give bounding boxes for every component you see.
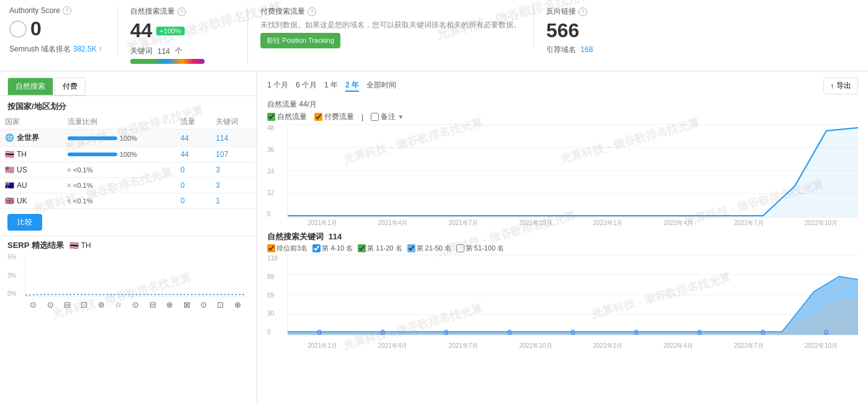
legend-notes[interactable]: 备注 ▼ (371, 112, 404, 122)
time-1y[interactable]: 1 年 (324, 80, 338, 92)
serp-icons-row: ⊙ ⊙ ⊟ ⊡ ⊚ ☆ ⊙ ⊟ ⊗ ⊠ ⊙ ⊡ ⊕ (25, 300, 246, 309)
kw-legend-4-10[interactable]: 第 4-10 名 (312, 244, 353, 253)
country-section-title: 按国家/地区划分 (0, 96, 257, 115)
backlink-block: 反向链接 ? 566 引荐域名 168 (546, 6, 639, 55)
kw-21-50-checkbox[interactable] (407, 244, 415, 252)
keyword-value: 114 (157, 47, 170, 56)
legend-paid-label: 付费流量 (324, 112, 354, 122)
keywords-cell: 3 (211, 178, 257, 193)
serp-section: SERP 精选结果 🇹🇭 TH 5% 3% 0% ⊙ (0, 236, 257, 313)
legend-organic-checkbox[interactable] (267, 113, 275, 121)
x-label-6: 2022年4月 (663, 219, 693, 228)
serp-icon-7: ⊙ (132, 300, 139, 309)
traffic-bar-cell: 100% (63, 130, 175, 147)
x-label-5: 2022年1月 (593, 219, 622, 228)
kw-top3-checkbox[interactable] (267, 244, 275, 252)
x-label-1: 2021年1月 (308, 219, 337, 228)
legend-paid[interactable]: 付费流量 (314, 112, 354, 122)
serp-icon-8: ⊟ (149, 300, 156, 309)
kw-legend-11-20[interactable]: 第 11-20 名 (358, 244, 402, 253)
serp-title: SERP 精选结果 🇹🇭 TH (7, 240, 249, 251)
tab-paid[interactable]: 付费 (55, 78, 86, 95)
traffic-chart-svg (288, 125, 858, 217)
traffic-bar-cell: 100% (63, 147, 175, 162)
g-marker-4: G (507, 329, 512, 336)
semrush-rank: Semrush 域名排名 382.5K ↑ (9, 44, 105, 55)
kw-21-50-label: 第 21-50 名 (417, 244, 451, 253)
x-label-8: 2022年10月 (805, 219, 838, 228)
kw-legend-top3[interactable]: 排位前3名 (267, 244, 308, 253)
kw-4-10-checkbox[interactable] (312, 244, 321, 252)
country-name: 🇬🇧UK (0, 193, 63, 209)
serp-svg (25, 254, 246, 296)
g-marker-8: G (761, 329, 766, 336)
export-label: 导出 (836, 81, 851, 91)
keywords-y-axis: 118 89 59 30 0 (267, 255, 278, 335)
keywords-chart-container: 118 89 59 30 0 (287, 255, 858, 350)
keywords-chart-inner: G G G G G G G G G (287, 255, 858, 335)
time-1m[interactable]: 1 个月 (267, 80, 288, 92)
authority-info-icon[interactable]: ? (63, 6, 71, 15)
col-keywords: 关键词 (211, 115, 257, 130)
serp-title-text: SERP 精选结果 (7, 241, 64, 250)
legend-organic[interactable]: 自然流量 (267, 112, 307, 122)
kw-x-label-6: 2022年4月 (663, 342, 693, 350)
serp-icon-2: ⊙ (47, 300, 54, 309)
kw-4-10-label: 第 4-10 名 (322, 244, 353, 253)
col-country: 国家 (0, 115, 63, 130)
kw-legend-21-50[interactable]: 第 21-50 名 (407, 244, 451, 253)
compare-button[interactable]: 比较 (7, 214, 42, 231)
visits-cell: 0 (175, 193, 211, 209)
referring-label: 引荐域名 (546, 45, 576, 54)
position-tracking-button[interactable]: 前往 Position Tracking (260, 33, 340, 48)
legend-notes-dropdown[interactable]: ▼ (397, 113, 404, 120)
time-6m[interactable]: 6 个月 (296, 80, 317, 92)
keywords-legend: 排位前3名 第 4-10 名 第 11-20 名 第 21-50 名 第 51-… (267, 244, 858, 253)
serp-icon-9: ⊗ (166, 300, 173, 309)
authority-circle-icon (9, 20, 27, 38)
referring-value[interactable]: 168 (580, 45, 593, 54)
traffic-chart-section: 自然流量 44/月 自然流量 付费流量 | 备注 ▼ (267, 99, 858, 228)
kw-11-20-checkbox[interactable] (358, 244, 366, 252)
time-2y[interactable]: 2 年 (345, 80, 359, 92)
organic-traffic-badge: +100% (156, 27, 185, 35)
serp-icon-1: ⊙ (30, 300, 37, 309)
traffic-y-axis: 48 36 24 12 0 (267, 125, 274, 218)
backlink-info-icon[interactable]: ? (578, 7, 587, 16)
organic-info-icon[interactable]: ? (177, 7, 186, 16)
serp-icon-6: ☆ (115, 300, 122, 309)
organic-traffic-value: 44 (130, 19, 153, 42)
g-marker-6: G (634, 329, 639, 336)
visits-cell: 0 (175, 162, 211, 178)
svg-marker-10 (288, 286, 858, 335)
kw-51-100-label: 第 51-100 名 (466, 244, 504, 253)
semrush-value[interactable]: 382.5K ↑ (73, 45, 102, 53)
legend-organic-label: 自然流量 (277, 112, 307, 122)
paid-notice: 未找到数据。如果这是您的域名，您可以获取关键词排名相关的所有必要数据。 (260, 19, 521, 30)
legend-paid-checkbox[interactable] (314, 113, 322, 121)
kw-51-100-checkbox[interactable] (456, 244, 464, 252)
kw-11-20-label: 第 11-20 名 (367, 244, 402, 253)
organic-traffic-label: 自然搜索流量 ? (130, 6, 235, 17)
keywords-x-axis: 2021年1月 2021年4月 2021年7月 2021年10月 2022年1月… (287, 342, 858, 350)
export-button[interactable]: ↑ 导出 (823, 78, 858, 94)
serp-icon-13: ⊕ (234, 300, 241, 309)
country-name: 🇦🇺AU (0, 178, 63, 193)
serp-icon-5: ⊚ (98, 300, 105, 309)
kw-x-label-8: 2022年10月 (805, 342, 838, 350)
g-marker-7: G (698, 329, 702, 336)
authority-score-value: 0 (30, 17, 42, 40)
paid-traffic-label: 付费搜索流量 ? (260, 6, 521, 17)
country-name: 🇹🇭TH (0, 147, 63, 162)
serp-icon-12: ⊡ (217, 300, 224, 309)
serp-chart-area: 5% 3% 0% ⊙ ⊙ ⊟ ⊡ ⊚ ☆ (7, 254, 249, 309)
time-buttons: 1 个月 6 个月 1 年 2 年 全部时间 (267, 80, 396, 92)
paid-info-icon[interactable]: ? (308, 7, 316, 16)
kw-legend-51-100[interactable]: 第 51-100 名 (456, 244, 504, 253)
keywords-chart-count: 114 (329, 232, 342, 241)
legend-notes-checkbox[interactable] (371, 113, 379, 121)
keywords-chart-title-text: 自然搜索关键词 (267, 232, 324, 241)
serp-flag: 🇹🇭 TH (69, 241, 91, 250)
tab-organic[interactable]: 自然搜索 (7, 78, 53, 95)
time-all[interactable]: 全部时间 (366, 80, 396, 92)
